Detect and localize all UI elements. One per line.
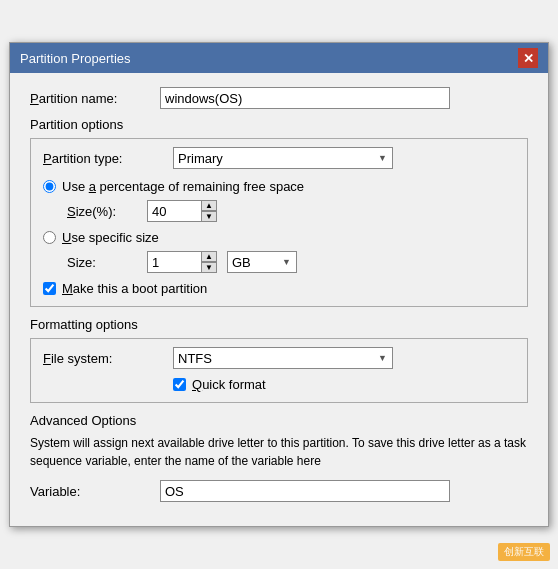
size-percent-row: Size(%): ▲ ▼ (67, 200, 515, 222)
partition-properties-dialog: Partition Properties ✕ Partition name: P… (9, 42, 549, 527)
formatting-options-label: Formatting options (30, 317, 528, 332)
title-bar: Partition Properties ✕ (10, 43, 548, 73)
use-percentage-radio[interactable] (43, 180, 56, 193)
variable-input[interactable] (160, 480, 450, 502)
close-button[interactable]: ✕ (518, 48, 538, 68)
size-up-btn[interactable]: ▲ (201, 251, 217, 262)
use-percentage-row: Use a percentage of remaining free space (43, 179, 515, 194)
partition-name-row: Partition name: (30, 87, 528, 109)
size-row: Size: ▲ ▼ MB GB TB (67, 251, 515, 273)
dialog-title: Partition Properties (20, 51, 131, 66)
variable-row: Variable: (30, 480, 528, 502)
use-specific-row: Use specific size (43, 230, 515, 245)
file-system-select[interactable]: NTFS FAT32 exFAT (173, 347, 393, 369)
boot-partition-row: Make this a boot partition (43, 281, 515, 296)
partition-name-label: Partition name: (30, 91, 160, 106)
partition-type-select[interactable]: Primary Logical Extended (173, 147, 393, 169)
dialog-body: Partition name: Partition options Partit… (10, 73, 548, 526)
boot-partition-label: Make this a boot partition (62, 281, 207, 296)
size-unit-select-wrapper: MB GB TB (227, 251, 297, 273)
size-percent-label: Size(%): (67, 204, 147, 219)
advanced-info-text: System will assign next available drive … (30, 434, 528, 470)
watermark: 创新互联 (498, 543, 550, 561)
size-unit-select[interactable]: MB GB TB (227, 251, 297, 273)
size-spinner: ▲ ▼ (147, 251, 217, 273)
use-percentage-label: Use a percentage of remaining free space (62, 179, 304, 194)
quick-format-label: Quick format (192, 377, 266, 392)
variable-label: Variable: (30, 484, 160, 499)
use-specific-radio[interactable] (43, 231, 56, 244)
size-down-btn[interactable]: ▼ (201, 262, 217, 273)
partition-type-row: Partition type: Primary Logical Extended (43, 147, 515, 169)
formatting-options-section: File system: NTFS FAT32 exFAT Quick form… (30, 338, 528, 403)
file-system-label: File system: (43, 351, 173, 366)
size-label: Size: (67, 255, 147, 270)
advanced-options-label: Advanced Options (30, 413, 528, 428)
quick-format-checkbox[interactable] (173, 378, 186, 391)
use-specific-label: Use specific size (62, 230, 159, 245)
partition-name-input[interactable] (160, 87, 450, 109)
partition-options-label: Partition options (30, 117, 528, 132)
quick-format-row: Quick format (173, 377, 515, 392)
partition-options-section: Partition type: Primary Logical Extended… (30, 138, 528, 307)
file-system-select-wrapper: NTFS FAT32 exFAT (173, 347, 393, 369)
boot-partition-checkbox[interactable] (43, 282, 56, 295)
file-system-row: File system: NTFS FAT32 exFAT (43, 347, 515, 369)
size-percent-spinner: ▲ ▼ (147, 200, 217, 222)
size-percent-up-btn[interactable]: ▲ (201, 200, 217, 211)
size-percent-down-btn[interactable]: ▼ (201, 211, 217, 222)
partition-type-label: Partition type: (43, 151, 173, 166)
partition-type-select-wrapper: Primary Logical Extended (173, 147, 393, 169)
